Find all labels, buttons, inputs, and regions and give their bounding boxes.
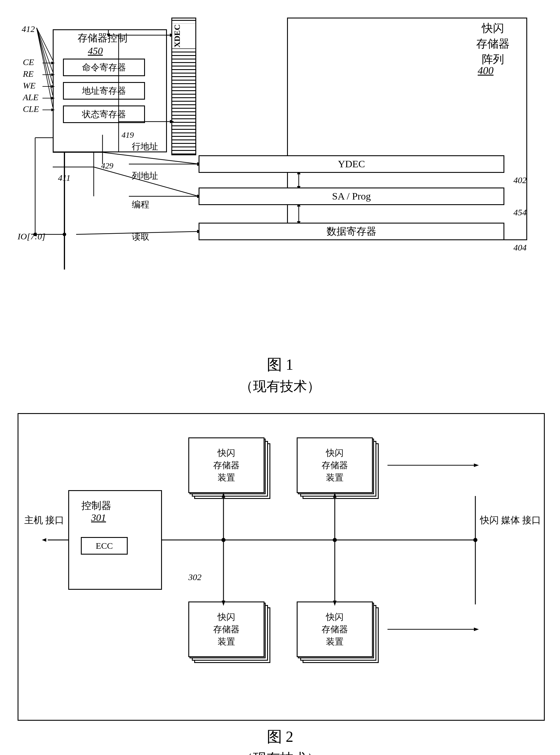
ctrl-num: 301 <box>91 512 106 523</box>
fig1-title: 图 1 <box>18 355 542 375</box>
cmd-reg-label: 命令寄存器 <box>82 61 126 74</box>
svg-line-0 <box>37 28 53 60</box>
page: 快闪 存储器 阵列 400 XDEC YDEC 402 SA / Prog 45… <box>0 0 560 755</box>
xdec-label: XDEC <box>172 23 195 48</box>
io-bus-label: IO[7:0] <box>18 232 45 241</box>
svg-point-60 <box>333 538 337 542</box>
datareg-box: 数据寄存器 <box>199 223 504 240</box>
host-interface-label: 主机 接口 <box>24 514 64 527</box>
storage-ctrl-title: 存储器控制 <box>78 32 127 44</box>
ydec-label: YDEC <box>338 159 365 170</box>
svg-point-57 <box>221 538 225 542</box>
col-addr-label: 列地址 <box>132 170 158 182</box>
ecc-box: ECC <box>81 537 128 555</box>
svg-marker-68 <box>474 463 479 467</box>
datareg-num: 404 <box>514 243 527 253</box>
col-addr-num: 429 <box>101 161 113 171</box>
flash-dev-2-label: 快闪存储器装置 <box>322 447 348 484</box>
read-label: 读取 <box>132 231 149 243</box>
storage-ctrl-num: 450 <box>88 45 103 57</box>
svg-line-1 <box>37 28 53 72</box>
ctrl-title: 控制器 <box>81 499 111 512</box>
flash-media-label: 快闪 媒体 接口 <box>480 514 541 527</box>
flash-array-label: 快闪 存储器 阵列 <box>476 20 509 67</box>
figure2-container: 主机 接口 快闪 媒体 接口 控制器 301 ECC 302 快闪存储器装置 <box>18 413 545 721</box>
row-addr-label: 行地址 <box>132 141 158 153</box>
state-reg-box: 状态寄存器 <box>63 105 145 123</box>
datareg-label: 数据寄存器 <box>326 225 376 238</box>
ecc-label: ECC <box>96 541 113 551</box>
figure2-wrapper: 主机 接口 快闪 媒体 接口 控制器 301 ECC 302 快闪存储器装置 <box>18 413 542 755</box>
flash-dev-1-label: 快闪存储器装置 <box>213 447 240 484</box>
flash-dev-3-label: 快闪存储器装置 <box>213 611 240 648</box>
figure1-container: 快闪 存储器 阵列 400 XDEC YDEC 402 SA / Prog 45… <box>18 12 545 349</box>
bus-num-411: 411 <box>58 173 71 183</box>
sig-re: RE <box>23 69 34 79</box>
row-addr-num: 419 <box>122 131 134 140</box>
ydec-box: YDEC <box>199 155 504 173</box>
ydec-num: 402 <box>514 175 527 185</box>
saprog-label: SA / Prog <box>332 191 371 202</box>
svg-point-39 <box>63 233 66 236</box>
state-reg-label: 状态寄存器 <box>82 108 126 120</box>
addr-reg-box: 地址寄存器 <box>63 82 145 100</box>
fig2-title: 图 2 <box>18 727 542 747</box>
sig-we: WE <box>23 81 36 91</box>
svg-marker-70 <box>474 628 479 631</box>
sig-ale: ALE <box>23 92 38 102</box>
cmd-reg-box: 命令寄存器 <box>63 59 145 76</box>
svg-line-4 <box>37 28 53 107</box>
saprog-num: 454 <box>514 207 527 217</box>
bus-num-302: 302 <box>188 572 201 582</box>
fig1-subtitle: （现有技术） <box>18 377 542 396</box>
addr-reg-label: 地址寄存器 <box>82 85 126 97</box>
svg-line-3 <box>37 28 53 95</box>
sig-cle: CLE <box>23 104 39 114</box>
fig2-subtitle: （现有技术） <box>18 750 542 755</box>
saprog-box: SA / Prog <box>199 187 504 205</box>
svg-point-71 <box>473 538 477 542</box>
flash-array-num: 400 <box>478 64 494 77</box>
sig-ce: CE <box>23 57 34 67</box>
svg-line-2 <box>37 28 53 83</box>
svg-marker-52 <box>42 538 46 542</box>
program-label: 编程 <box>132 199 149 211</box>
flash-dev-4-label: 快闪存储器装置 <box>322 611 348 648</box>
ref-412: 412 <box>22 24 35 34</box>
